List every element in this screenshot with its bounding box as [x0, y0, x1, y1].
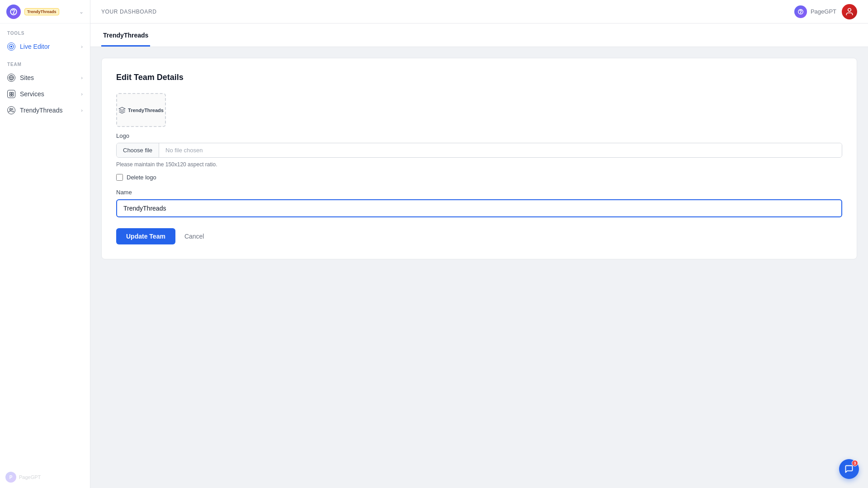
live-editor-chevron: ›	[81, 44, 83, 49]
delete-logo-row: Delete logo	[116, 174, 842, 181]
user-avatar[interactable]	[842, 4, 857, 19]
trendythreads-chevron: ›	[81, 108, 83, 113]
services-icon	[7, 90, 15, 98]
sidebar-logo-area[interactable]: TrendyThreads ⌄	[0, 0, 90, 23]
form-title: Edit Team Details	[116, 73, 842, 82]
live-editor-label: Live Editor	[20, 43, 50, 50]
logo-company-name: TrendyThreads	[128, 108, 164, 113]
trendythreads-icon	[7, 106, 15, 114]
chat-badge: 3	[852, 460, 858, 466]
name-input[interactable]	[116, 199, 842, 217]
topbar-right: PageGPT	[794, 4, 857, 19]
update-team-button[interactable]: Update Team	[116, 228, 175, 244]
svg-point-3	[11, 46, 12, 47]
page-content: TrendyThreads Edit Team Details TrendyTh…	[90, 23, 868, 488]
delete-logo-checkbox[interactable]	[116, 174, 123, 181]
choose-file-button[interactable]: Choose file	[117, 143, 159, 157]
edit-team-form-card: Edit Team Details TrendyThreads Logo Cho…	[101, 58, 857, 259]
tab-bar: TrendyThreads	[90, 23, 868, 47]
topbar-app-logo: PageGPT	[794, 5, 836, 18]
logo-label: Logo	[116, 132, 842, 139]
chat-icon	[844, 465, 854, 474]
chat-bubble[interactable]: 3	[839, 459, 859, 479]
svg-point-11	[800, 12, 801, 13]
app-logo-icon	[6, 5, 21, 19]
main-content: YOUR DASHBOARD PageGPT	[90, 0, 868, 488]
file-name-display: No file chosen	[159, 143, 842, 157]
sidebar-item-services[interactable]: Services ›	[0, 86, 90, 102]
sidebar: TrendyThreads ⌄ TOOLS Live Editor › TEAM…	[0, 0, 90, 488]
topbar-app-name: PageGPT	[811, 8, 836, 15]
svg-rect-7	[9, 94, 11, 96]
bottom-logo-icon: P	[5, 472, 16, 483]
sidebar-item-sites[interactable]: Sites ›	[0, 70, 90, 86]
logo-preview-box: TrendyThreads	[116, 93, 166, 127]
svg-rect-8	[11, 94, 13, 96]
team-section-label: TEAM	[0, 55, 90, 70]
form-buttons: Update Team Cancel	[116, 228, 842, 244]
topbar: YOUR DASHBOARD PageGPT	[90, 0, 868, 23]
bottom-logo-text: PageGPT	[19, 474, 41, 480]
services-chevron: ›	[81, 91, 83, 97]
sidebar-logo-chevron[interactable]: ⌄	[79, 9, 84, 15]
logo-preview-content: TrendyThreads	[118, 107, 164, 114]
topbar-logo-icon	[794, 5, 807, 18]
delete-logo-label[interactable]: Delete logo	[127, 174, 156, 181]
sites-chevron: ›	[81, 75, 83, 80]
sites-icon	[7, 74, 15, 82]
sidebar-item-live-editor[interactable]: Live Editor ›	[0, 38, 90, 55]
svg-point-12	[848, 8, 851, 11]
sidebar-bottom-logo: P PageGPT	[5, 472, 41, 483]
cancel-button[interactable]: Cancel	[183, 228, 206, 244]
file-hint: Please maintain the 150x120 aspect ratio…	[116, 161, 842, 168]
tools-section-label: TOOLS	[0, 23, 90, 38]
svg-rect-5	[9, 92, 11, 94]
name-label: Name	[116, 189, 842, 196]
logo-preview-icon	[118, 107, 126, 114]
sites-label: Sites	[20, 74, 34, 81]
sidebar-item-trendythreads[interactable]: TrendyThreads ›	[0, 102, 90, 118]
tab-trendythreads[interactable]: TrendyThreads	[101, 32, 150, 47]
svg-point-9	[10, 108, 12, 110]
services-label: Services	[20, 90, 44, 98]
svg-rect-6	[11, 92, 13, 94]
svg-point-1	[13, 13, 14, 14]
file-input-row: Choose file No file chosen	[116, 143, 842, 158]
trendythreads-label: TrendyThreads	[20, 107, 62, 114]
team-tag: TrendyThreads	[24, 8, 59, 15]
topbar-breadcrumb: YOUR DASHBOARD	[101, 9, 156, 15]
live-editor-icon	[7, 42, 15, 51]
